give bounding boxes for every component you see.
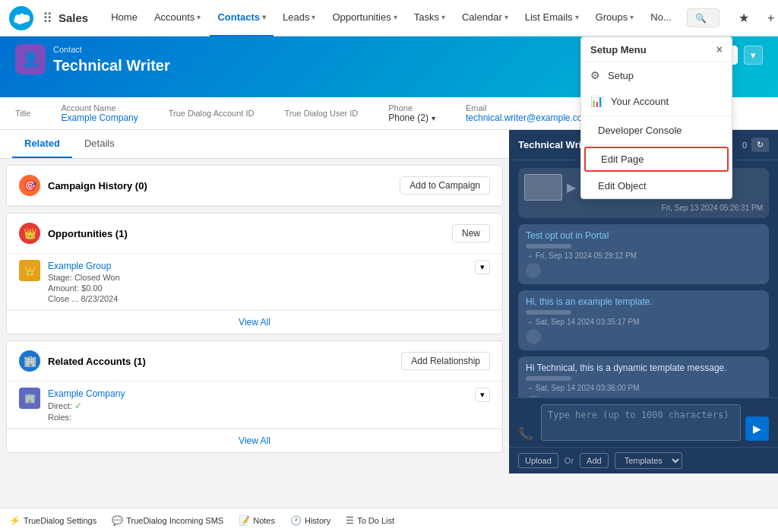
opportunities-section: 👑 Opportunities (1) New 👑 Example Group … (6, 213, 503, 334)
chat-badge: 0 (742, 141, 747, 150)
setup-menu: Setup Menu × ⚙ Setup 📊 Your Account Deve… (580, 36, 732, 199)
templates-select[interactable]: Templates (615, 452, 682, 469)
your-account-label: Your Account (611, 96, 669, 107)
related-accounts-title: Related Accounts (1) (48, 356, 401, 367)
salesforce-logo[interactable] (9, 6, 33, 30)
related-account-roles: Roles: (48, 413, 469, 422)
related-account-name[interactable]: Example Company (48, 388, 125, 399)
app-grid-icon[interactable]: ⠿ (43, 10, 52, 27)
nav-accounts[interactable]: Accounts▾ (147, 0, 208, 36)
opportunity-amount: Amount: $0.00 (48, 283, 469, 293)
related-account-dropdown-btn[interactable]: ▾ (475, 388, 490, 402)
nav-groups[interactable]: Groups▾ (588, 0, 642, 36)
setup-menu-developer-console[interactable]: Developer Console (581, 118, 732, 143)
search-icon: 🔍 (695, 13, 707, 24)
chat-input[interactable] (541, 404, 741, 441)
nav-items: Home Accounts▾ Contacts▾ Leads▾ Opportun… (103, 0, 679, 36)
email-value[interactable]: technical.writer@example.com (466, 112, 590, 123)
setup-menu-edit-page[interactable]: Edit Page (584, 147, 729, 172)
campaign-history-header: 🎯 Campaign History (0) Add to Campaign (7, 166, 502, 206)
breadcrumb: Contact (53, 45, 170, 54)
add-button[interactable]: Add (580, 453, 609, 468)
setup-menu-close-btn[interactable]: × (716, 43, 723, 55)
nav-home[interactable]: Home (103, 0, 145, 36)
upload-button[interactable]: Upload (518, 453, 558, 468)
chat-bubble-1-sub: → Fri, Sep 13 2024 05:29:12 PM (526, 252, 761, 260)
chat-header-icons: 0 ↻ (742, 138, 769, 152)
new-opportunity-button[interactable]: New (452, 224, 490, 242)
phone-value[interactable]: Phone (2) ▾ (388, 112, 435, 123)
setup-menu-your-account[interactable]: 📊 Your Account (581, 88, 732, 114)
related-account-record: 🏢 Example Company Direct: ✓ Roles: ▾ (7, 382, 502, 429)
quick-create-icon[interactable]: + (761, 8, 778, 29)
chat-bubble-1-icon (526, 263, 541, 278)
todo-label: To Do List (357, 516, 394, 525)
opportunities-icon: 👑 (19, 223, 40, 244)
setup-menu-setup[interactable]: ⚙ Setup (581, 62, 732, 88)
nav-more[interactable]: No... (643, 0, 678, 36)
notes-item[interactable]: 📝 Notes (239, 515, 275, 526)
todo-item[interactable]: ☰ To Do List (346, 515, 394, 526)
footer-or-text: Or (565, 456, 574, 465)
tab-details[interactable]: Details (72, 130, 127, 158)
campaign-history-title: Campaign History (0) (48, 180, 400, 192)
nav-tasks[interactable]: Tasks▾ (406, 0, 453, 36)
history-item[interactable]: 🕐 History (290, 515, 330, 526)
chat-bubble-3: Hi Technical, this is a dynamic template… (518, 356, 769, 397)
truedialog-settings-label: TrueDialog Settings (24, 516, 96, 525)
opportunity-stage: Stage: Closed Won (48, 273, 469, 282)
truedialog-sms-label: TrueDialog Incoming SMS (126, 516, 223, 525)
favorites-icon[interactable]: ★ (733, 8, 754, 29)
opportunity-record-icon: 👑 (19, 260, 40, 281)
chat-refresh-btn[interactable]: ↻ (751, 138, 769, 152)
nav-calendar[interactable]: Calendar▾ (454, 0, 516, 36)
nav-opportunities[interactable]: Opportunities▾ (324, 0, 404, 36)
nav-leads[interactable]: Leads▾ (275, 0, 323, 36)
truedialog-sms-item[interactable]: 💬 TrueDialog Incoming SMS (112, 515, 223, 526)
related-accounts-header: 🏢 Related Accounts (1) Add Relationship (7, 341, 502, 382)
tab-related[interactable]: Related (12, 130, 72, 158)
add-to-campaign-button[interactable]: Add to Campaign (400, 176, 490, 195)
setup-menu-edit-object[interactable]: Edit Object (581, 173, 732, 198)
opportunity-name[interactable]: Example Group (48, 261, 111, 271)
related-accounts-icon: 🏢 (19, 350, 40, 372)
truedialog-settings-item[interactable]: ⚡ TrueDialog Settings (9, 515, 96, 526)
field-account-name: Account Name Example Company (61, 103, 138, 123)
opportunities-view-all[interactable]: View All (7, 310, 502, 334)
header-dropdown-btn[interactable]: ▾ (744, 46, 763, 65)
title-label: Title (15, 109, 30, 118)
chat-bubble-2-sub: → Sat, Sep 14 2024 03:35:17 PM (526, 318, 761, 326)
chat-bubble-3-bar (526, 376, 571, 381)
nav-list-emails[interactable]: List Emails▾ (517, 0, 587, 36)
chat-phone-icon: 📞 (518, 426, 533, 441)
account-name-value[interactable]: Example Company (61, 112, 138, 123)
add-relationship-button[interactable]: Add Relationship (401, 352, 490, 370)
opportunity-record-details: Example Group Stage: Closed Won Amount: … (48, 260, 469, 303)
opportunities-header: 👑 Opportunities (1) New (7, 214, 502, 254)
setup-menu-header: Setup Menu × (581, 37, 732, 62)
phone-label: Phone (388, 103, 435, 112)
campaign-history-section: 🎯 Campaign History (0) Add to Campaign (6, 165, 503, 207)
setup-menu-divider-2 (581, 144, 732, 145)
developer-console-label: Developer Console (598, 125, 682, 136)
setup-gear-icon: ⚙ (590, 69, 600, 81)
related-accounts-view-all[interactable]: View All (7, 429, 502, 452)
opportunity-dropdown-btn[interactable]: ▾ (475, 260, 490, 274)
chat-bubble-3-title: Hi Technical, this is a dynamic template… (526, 363, 761, 373)
sms-icon: 💬 (112, 515, 123, 526)
true-dialog-account-label: True Dialog Account ID (169, 109, 255, 118)
chat-bubble-2-title: Hi, this is an example template. (526, 296, 761, 307)
left-panel: Related Details 🎯 Campaign History (0) A… (0, 130, 509, 473)
bottom-bar: ⚡ TrueDialog Settings 💬 TrueDialog Incom… (0, 508, 778, 532)
contact-info: Contact Technical Writer (53, 45, 170, 74)
tabs: Related Details (0, 130, 509, 159)
related-account-direct: Direct: ✓ (48, 401, 469, 411)
field-title: Title (15, 109, 30, 118)
nav-contacts[interactable]: Contacts▾ (210, 0, 274, 36)
history-icon: 🕐 (290, 515, 302, 526)
account-name-label: Account Name (61, 103, 138, 112)
chat-bubble-2: Hi, this is an example template. → Sat, … (518, 290, 769, 350)
chat-input-row: 📞 ▶ (518, 404, 769, 441)
chat-send-button[interactable]: ▶ (745, 416, 769, 441)
edit-object-label: Edit Object (598, 180, 647, 192)
